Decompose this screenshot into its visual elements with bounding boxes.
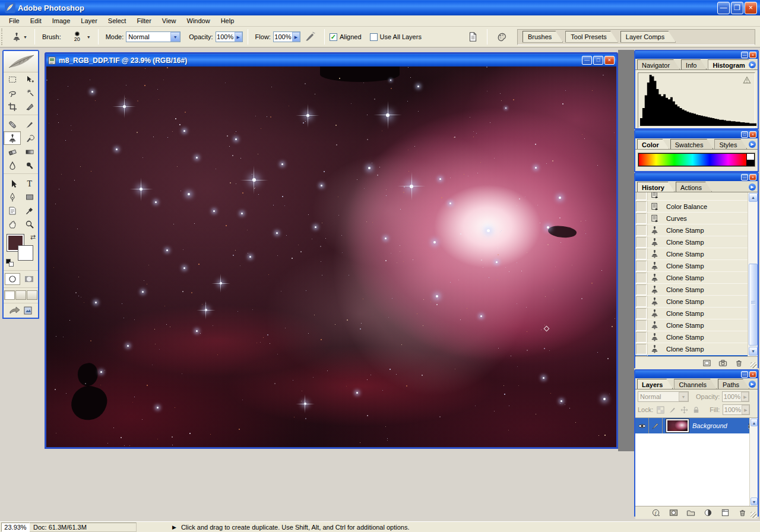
scroll-down-arrow[interactable]: ▼ — [749, 347, 758, 356]
document-size-readout[interactable]: Doc: 61.3M/61.3M — [30, 522, 137, 532]
history-state-clone-stamp[interactable]: Clone Stamp — [635, 319, 748, 331]
scrollbar-thumb[interactable] — [749, 264, 758, 346]
opacity-input[interactable]: 100% ▶ — [216, 31, 243, 42]
history-state-clone-stamp[interactable]: Clone Stamp — [635, 296, 748, 308]
default-colors-icon[interactable] — [6, 259, 14, 267]
doc-maximize-button[interactable]: □ — [593, 56, 603, 65]
layer-visibility-toggle[interactable] — [635, 418, 649, 433]
tab-actions[interactable]: Actions — [676, 182, 712, 192]
chevron-right-icon[interactable]: ▶ — [292, 32, 300, 42]
path-selection-tool[interactable] — [4, 176, 21, 190]
chevron-down-icon[interactable]: ▼ — [170, 32, 180, 42]
history-brush-source-well[interactable] — [636, 284, 647, 295]
cached-data-warning-icon[interactable] — [743, 76, 751, 84]
quick-mask-mode-button[interactable] — [21, 273, 37, 285]
tab-navigator[interactable]: Navigator — [637, 59, 680, 69]
new-adjustment-layer-button[interactable] — [704, 508, 712, 517]
flow-input[interactable]: 100% ▶ — [273, 31, 300, 42]
airbrush-toggle-button[interactable] — [303, 30, 317, 44]
hint-arrow-icon[interactable]: ▶ — [172, 524, 176, 530]
standard-mode-button[interactable] — [5, 273, 20, 285]
doc-minimize-button[interactable]: — — [582, 56, 592, 65]
checkbox-unchecked-icon[interactable] — [370, 33, 378, 41]
history-state-clone-stamp[interactable]: Clone Stamp — [635, 248, 748, 260]
palette-resize-grip[interactable] — [750, 512, 756, 518]
tool-preset-picker[interactable]: ▼ — [10, 31, 30, 43]
layers-scrollbar[interactable]: ▲ ▼ — [749, 418, 758, 506]
menu-help[interactable]: Help — [216, 16, 240, 26]
history-state-clone-stamp[interactable]: Clone Stamp — [635, 236, 748, 248]
edit-in-imageready-button[interactable] — [9, 306, 21, 315]
shape-tool[interactable] — [21, 190, 38, 204]
palette-close-button[interactable]: × — [749, 174, 756, 180]
history-state-clone-stamp[interactable]: Clone Stamp — [635, 343, 748, 355]
close-button[interactable]: × — [745, 2, 757, 14]
lock-all-icon[interactable] — [692, 406, 701, 414]
healing-brush-tool[interactable] — [4, 118, 21, 131]
tab-histogram[interactable]: Histogram — [708, 59, 755, 69]
document-titlebar[interactable]: m8_RGB_DDP.TIF @ 23.9% (RGB/16#) — □ × — [46, 54, 616, 66]
menu-image[interactable]: Image — [47, 16, 76, 26]
layer-thumbnail[interactable] — [666, 419, 689, 432]
pen-tool[interactable] — [4, 190, 21, 204]
scroll-up-arrow[interactable]: ▲ — [749, 193, 758, 202]
menu-select[interactable]: Select — [103, 16, 132, 26]
history-brush-source-well[interactable] — [636, 192, 647, 200]
standard-screen-mode-button[interactable] — [4, 290, 15, 300]
palette-resize-grip[interactable] — [750, 362, 756, 368]
black-white-swatch[interactable] — [747, 154, 754, 166]
palette-well-tab-tool-presets[interactable]: Tool Presets — [565, 31, 618, 43]
lasso-tool[interactable] — [4, 86, 21, 100]
tab-info[interactable]: Info — [681, 59, 707, 69]
scroll-up-arrow[interactable]: ▲ — [750, 419, 758, 426]
history-brush-source-well[interactable] — [636, 213, 647, 224]
history-state-clone-stamp[interactable]: Clone Stamp — [635, 260, 748, 272]
tab-swatches[interactable]: Swatches — [670, 139, 714, 149]
palette-maximize-button[interactable]: □ — [741, 131, 748, 138]
rectangular-marquee-tool[interactable] — [4, 72, 21, 86]
palette-minimize-button[interactable]: — — [741, 52, 748, 58]
magic-wand-tool[interactable] — [21, 86, 38, 100]
palette-well-tab-layer-comps[interactable]: Layer Comps — [620, 31, 676, 43]
history-state-clone-stamp[interactable]: Clone Stamp — [635, 331, 748, 343]
palette-titlebar[interactable]: □ × — [635, 131, 758, 138]
notes-tool[interactable] — [4, 204, 21, 217]
fullscreen-menubar-mode-button[interactable] — [15, 290, 26, 300]
palette-menu-icon[interactable]: ▶ — [749, 61, 756, 68]
new-document-from-state-button[interactable] — [702, 359, 711, 368]
palette-minimize-button[interactable]: — — [741, 371, 748, 378]
checkbox-checked-icon[interactable]: ✓ — [330, 33, 337, 41]
lock-position-icon[interactable] — [680, 406, 689, 414]
history-brush-source-well[interactable] — [636, 249, 647, 259]
brushes-palette-button[interactable] — [495, 30, 509, 44]
type-tool[interactable]: T — [21, 176, 38, 190]
history-brush-source-well[interactable] — [636, 320, 647, 331]
tab-layers[interactable]: Layers — [637, 379, 673, 389]
history-brush-source-well[interactable] — [636, 225, 647, 236]
layer-row-background[interactable]: Background — [635, 418, 758, 433]
history-state-curves[interactable]: Curves — [635, 213, 748, 224]
palette-close-button[interactable]: × — [749, 131, 756, 138]
layer-style-button[interactable]: f — [652, 508, 661, 517]
history-state-clone-stamp[interactable]: Clone Stamp — [635, 284, 748, 296]
history-brush-source-well[interactable] — [636, 332, 647, 343]
options-grip[interactable] — [1, 28, 6, 45]
palette-titlebar[interactable]: — × — [635, 370, 758, 378]
slice-tool[interactable] — [21, 100, 38, 113]
history-state-clone-stamp[interactable]: Clone Stamp — [635, 308, 748, 319]
gradient-tool[interactable] — [21, 145, 38, 159]
brush-tool[interactable] — [21, 118, 38, 131]
minimize-button[interactable]: — — [717, 2, 730, 14]
history-state-partial[interactable] — [635, 192, 748, 201]
use-all-layers-checkbox[interactable]: Use All Layers — [370, 33, 422, 41]
chevron-right-icon[interactable]: ▶ — [235, 32, 242, 42]
palette-well-tab-brushes[interactable]: Brushes — [522, 31, 563, 43]
menu-file[interactable]: File — [4, 16, 25, 26]
history-brush-source-well[interactable] — [636, 296, 647, 307]
zoom-level-input[interactable]: 23.93% — [1, 522, 30, 532]
clone-stamp-tool[interactable] — [4, 131, 21, 145]
palette-close-button[interactable]: × — [749, 371, 756, 378]
history-state-clone-stamp[interactable]: Clone Stamp — [635, 224, 748, 236]
tab-paths[interactable]: Paths — [718, 379, 749, 389]
history-scrollbar[interactable]: ▲ ▼ — [748, 192, 758, 356]
